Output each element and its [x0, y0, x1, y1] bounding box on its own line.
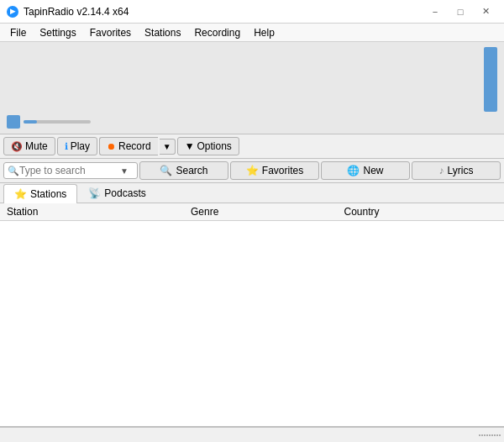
title-bar: ▶ TapinRadio v2.14.4 x64 − □ ✕ — [0, 0, 504, 24]
options-dropdown-icon: ▼ — [185, 140, 195, 152]
play-button[interactable]: ℹ Play — [57, 137, 97, 155]
level-indicator — [484, 47, 497, 112]
visualizer — [7, 47, 497, 112]
menu-bar: File Settings Favorites Stations Recordi… — [0, 24, 504, 42]
header-country: Country — [344, 206, 498, 218]
app-title: TapinRadio v2.14.4 x64 — [24, 6, 129, 18]
search-label: Search — [176, 165, 207, 176]
status-bar — [0, 427, 504, 442]
menu-file[interactable]: File — [3, 25, 33, 40]
menu-stations[interactable]: Stations — [138, 25, 187, 40]
table-header: Station Genre Country — [0, 203, 504, 221]
record-icon: ⏺ — [107, 141, 116, 151]
minimize-button[interactable]: − — [423, 3, 447, 20]
header-genre: Genre — [191, 206, 344, 218]
search-bar: 🔍 ▼ 🔍 Search ⭐ Favorites 🌐 New ♪ Lyrics — [0, 159, 504, 183]
volume-fill — [24, 120, 37, 124]
volume-slider[interactable] — [24, 120, 91, 124]
podcasts-tab-icon: 📡 — [88, 187, 101, 199]
search-input-wrap[interactable]: 🔍 ▼ — [3, 162, 138, 179]
new-label: New — [363, 165, 383, 176]
mute-icon: 🔇 — [11, 141, 23, 152]
window-controls: − □ ✕ — [423, 3, 497, 20]
tab-bar: ⭐ Stations 📡 Podcasts — [0, 183, 504, 203]
favorites-button[interactable]: ⭐ Favorites — [230, 161, 319, 180]
options-button[interactable]: ▼ Options — [177, 137, 239, 155]
favorites-label: Favorites — [262, 165, 303, 176]
menu-help[interactable]: Help — [247, 25, 281, 40]
stations-tab-icon: ⭐ — [14, 188, 27, 200]
transport-bar: 🔇 Mute ℹ Play ⏺ Record ▼ ▼ Options — [0, 134, 504, 159]
title-bar-left: ▶ TapinRadio v2.14.4 x64 — [7, 6, 129, 18]
play-label: Play — [71, 140, 90, 152]
lyrics-icon: ♪ — [439, 165, 444, 176]
play-icon: ℹ — [65, 141, 68, 152]
app-icon: ▶ — [7, 6, 18, 18]
volume-row — [7, 115, 497, 129]
maximize-button[interactable]: □ — [449, 3, 472, 20]
search-button[interactable]: 🔍 Search — [139, 161, 228, 180]
record-button[interactable]: ⏺ Record — [99, 137, 158, 155]
content-area: Station Genre Country — [0, 203, 504, 427]
resize-grip — [479, 434, 501, 436]
mute-label: Mute — [25, 140, 48, 152]
player-area — [0, 42, 504, 134]
search-input[interactable] — [19, 165, 120, 176]
tab-stations[interactable]: ⭐ Stations — [3, 184, 77, 203]
mute-button[interactable]: 🔇 Mute — [3, 137, 55, 155]
podcasts-tab-label: Podcasts — [104, 187, 145, 199]
search-left-icon: 🔍 — [8, 166, 19, 176]
new-icon: 🌐 — [347, 165, 360, 176]
menu-recording[interactable]: Recording — [187, 25, 247, 40]
options-label: Options — [197, 140, 232, 152]
volume-icon — [7, 115, 20, 129]
close-button[interactable]: ✕ — [474, 3, 497, 20]
record-label: Record — [118, 140, 151, 152]
menu-settings[interactable]: Settings — [33, 25, 82, 40]
lyrics-button[interactable]: ♪ Lyrics — [412, 161, 501, 180]
menu-favorites[interactable]: Favorites — [83, 25, 138, 40]
favorites-icon: ⭐ — [246, 165, 259, 176]
record-dropdown-button[interactable]: ▼ — [160, 139, 176, 155]
search-dropdown-icon[interactable]: ▼ — [120, 166, 129, 176]
stations-tab-label: Stations — [30, 188, 66, 200]
search-nav-icon: 🔍 — [160, 165, 172, 176]
tab-podcasts[interactable]: 📡 Podcasts — [77, 183, 156, 203]
new-button[interactable]: 🌐 New — [321, 161, 410, 180]
lyrics-label: Lyrics — [448, 165, 474, 176]
header-station: Station — [7, 206, 191, 218]
